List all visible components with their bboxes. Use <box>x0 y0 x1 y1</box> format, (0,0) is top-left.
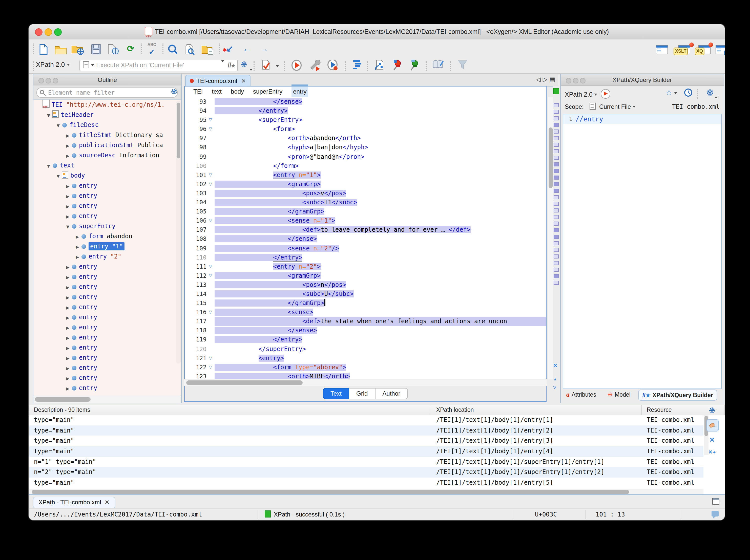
outline-tree-item[interactable]: ▶entry <box>34 302 181 312</box>
mode-tab-author[interactable]: Author <box>375 388 408 399</box>
element-label[interactable]: entry <box>79 384 97 392</box>
editor-tab[interactable]: TEI-combo.xml✕ <box>185 75 251 86</box>
outline-tree-item[interactable]: ▶entry <box>34 292 181 302</box>
occurrence-marker[interactable] <box>554 162 559 166</box>
outline-settings-gear-icon[interactable] <box>170 87 178 98</box>
element-label[interactable]: entry <box>79 192 97 199</box>
toolbar-grip[interactable] <box>426 61 428 71</box>
expand-icon[interactable]: ▶ <box>64 151 71 161</box>
outline-tree-item[interactable]: ▶entry <box>34 383 181 393</box>
outline-tree-item[interactable]: ▼fileDesc <box>34 120 181 130</box>
code-line-122[interactable]: 122▽ <form type="abbrev"> <box>184 362 546 372</box>
xpath-input[interactable]: Execute XPath on 'Current File'//★ <box>79 60 238 71</box>
breadcrumb-item-superEntry[interactable]: superEntry <box>253 86 282 97</box>
tab-model[interactable]: ⁜Model <box>604 389 634 400</box>
occurrence-marker[interactable] <box>554 202 559 206</box>
code-line-109[interactable]: 109 <sense n="2"/> <box>184 244 546 253</box>
toolbar-grip[interactable] <box>162 43 165 54</box>
highlight-results-icon[interactable] <box>707 419 718 432</box>
code-line-93[interactable]: 93 </sense> <box>184 97 546 106</box>
element-label[interactable]: entry <box>79 354 97 361</box>
expand-icon[interactable]: ▶ <box>64 354 71 364</box>
results-header[interactable]: Description - 90 items XPath location Re… <box>29 405 725 415</box>
outline-tree-item[interactable]: ▶entry "1" <box>34 241 181 252</box>
result-row[interactable]: n="2" type="main"/TEI[1]/text[1]/body[1]… <box>29 467 704 478</box>
element-label[interactable]: fileDesc <box>69 121 99 128</box>
element-label[interactable]: entry <box>79 182 97 189</box>
breadcrumb-item-entry[interactable]: entry <box>292 86 308 97</box>
toolbar-grip[interactable] <box>141 43 144 54</box>
clear-markers-icon[interactable]: ✕ <box>553 363 557 368</box>
open-url-button[interactable] <box>71 42 84 56</box>
breadcrumb-item-text[interactable]: text <box>212 86 222 97</box>
toolbar-grip[interactable] <box>33 43 35 54</box>
outline-vertical-scrollbar[interactable] <box>176 101 181 364</box>
outline-header[interactable]: Outline <box>34 74 181 86</box>
xpath-history-icon[interactable]: //★ <box>228 60 235 71</box>
code-line-110[interactable]: 110 </entry> <box>184 253 546 262</box>
element-label[interactable]: superEntry <box>79 223 116 230</box>
restore-window-icon[interactable] <box>712 498 719 507</box>
expand-icon[interactable]: ▶ <box>64 192 71 202</box>
element-label[interactable]: teiHeader <box>61 111 94 118</box>
element-label[interactable]: text <box>60 162 74 169</box>
expand-icon[interactable]: ▶ <box>64 384 71 394</box>
fold-toggle-icon[interactable]: ▽ <box>206 171 215 180</box>
validate-dropdown[interactable] <box>275 60 280 72</box>
chevron-down-icon[interactable] <box>221 60 224 62</box>
code-line-104[interactable]: 104 <subc>T1</subc> <box>184 198 546 207</box>
collapse-icon[interactable]: ▼ <box>45 161 52 172</box>
element-label[interactable]: entry <box>79 283 97 291</box>
format-indent-button[interactable] <box>351 60 364 72</box>
occurrence-marker[interactable] <box>554 169 559 173</box>
code-line-114[interactable]: 114 <subc>U</subc> <box>184 289 546 298</box>
occurrence-marker[interactable] <box>554 215 559 219</box>
code-line-107[interactable]: 107 <def>to leave completely and for eve… <box>184 225 546 235</box>
history-clock-icon[interactable] <box>684 88 692 98</box>
occurrence-marker[interactable] <box>554 261 559 265</box>
toolbar-grip[interactable] <box>33 61 35 71</box>
occurrence-marker[interactable] <box>554 267 559 272</box>
element-label[interactable]: entry <box>79 213 97 220</box>
element-label[interactable]: entry <box>79 294 97 300</box>
expand-icon[interactable]: ▶ <box>64 343 71 354</box>
occurrence-marker[interactable] <box>554 176 559 180</box>
find-resource-button[interactable] <box>201 42 214 56</box>
expand-icon[interactable]: ▶ <box>64 202 71 212</box>
element-label[interactable]: entry <box>79 314 97 321</box>
expand-icon[interactable]: ▶ <box>64 313 71 323</box>
back-icon[interactable]: ← <box>240 42 254 56</box>
code-line-94[interactable]: 94 </entry> <box>184 106 546 115</box>
notification-bubble-icon[interactable] <box>712 511 718 517</box>
fold-toggle-icon[interactable]: ▽ <box>206 271 215 280</box>
outline-tree-item[interactable]: ▶entry <box>34 342 181 353</box>
annotation-stripe[interactable]: ✕ ▲ ▽ <box>553 86 559 402</box>
element-label[interactable]: entry <box>88 253 107 260</box>
find-in-files-button[interactable] <box>184 42 197 56</box>
collapse-icon[interactable]: ▼ <box>45 111 52 121</box>
column-xpath-location[interactable]: XPath location <box>431 405 642 415</box>
close-icon[interactable]: ✕ <box>104 499 110 506</box>
element-name-filter-input[interactable]: Element name filter <box>36 87 178 98</box>
element-label[interactable]: entry <box>79 324 97 331</box>
outline-tree-item[interactable]: ▶formabandon <box>34 231 181 241</box>
occurrence-marker[interactable] <box>554 274 559 278</box>
expand-icon[interactable]: ▶ <box>64 293 71 303</box>
element-label[interactable]: entry <box>79 202 97 209</box>
outline-tree-item[interactable]: ▶entry <box>34 181 181 191</box>
occurrence-marker[interactable] <box>554 156 559 160</box>
toolbar-grip[interactable] <box>450 61 452 71</box>
remove-all-results-icon[interactable]: ✕✦ <box>707 447 717 458</box>
code-line-112[interactable]: 112▽ <gramGrp> <box>184 271 546 280</box>
next-editor-icon[interactable]: ▷ <box>543 76 549 83</box>
expand-icon[interactable]: ▶ <box>64 364 71 374</box>
element-label[interactable]: TEI <box>52 101 62 108</box>
element-label[interactable]: entry "1" <box>88 242 124 251</box>
occurrence-marker[interactable] <box>554 255 559 259</box>
outline-tree-item[interactable]: ▶entry <box>34 211 181 221</box>
outline-tree-item[interactable]: TEI"http://www.tei-c.org/ns/1. <box>34 100 181 110</box>
occurrence-marker[interactable] <box>554 129 559 134</box>
xpath-expression[interactable]: //entry <box>575 114 603 124</box>
occurrence-marker[interactable] <box>554 222 559 226</box>
occurrence-marker[interactable] <box>554 116 559 120</box>
